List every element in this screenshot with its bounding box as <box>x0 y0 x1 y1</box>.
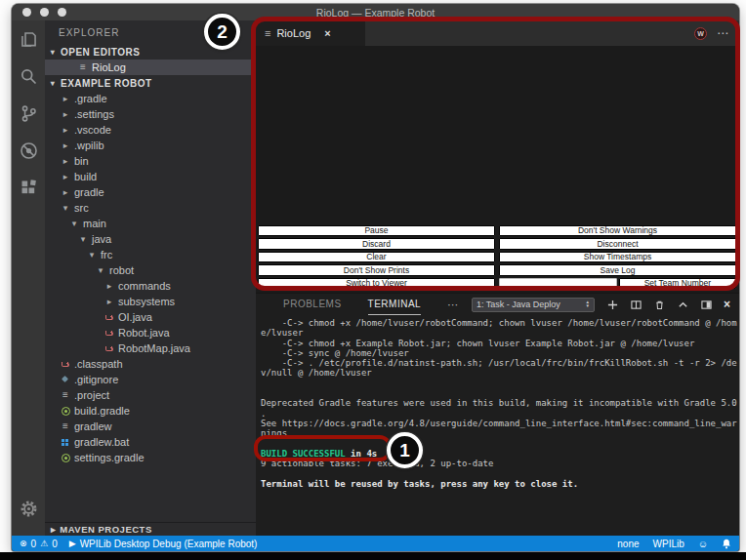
tree-item[interactable]: ▸ bin <box>45 153 256 169</box>
tree-item[interactable]: ▾ src <box>45 200 256 216</box>
terminal-line: -C-> sync @ /home/lvuser <box>261 348 739 358</box>
riolog-button[interactable]: Clear <box>258 252 495 263</box>
tree-item[interactable]: ▾ frc <box>45 247 256 262</box>
tree-item[interactable]: .gitignore <box>45 372 256 387</box>
chevron-right-icon: ▸ <box>61 109 70 119</box>
tree-item-label: frc <box>101 249 112 260</box>
extensions-icon[interactable] <box>12 169 45 206</box>
set-team-number-button[interactable]: Set Team Number <box>619 278 736 290</box>
riolog-webview: PauseDiscardClearDon't Show PrintsSwitch… <box>256 46 739 293</box>
riolog-button[interactable]: Save Log <box>499 264 736 276</box>
tree-item[interactable]: OI.java <box>45 309 256 325</box>
settings-gear-icon[interactable] <box>12 490 45 527</box>
tree-item[interactable]: ▸ .gradle <box>45 91 256 106</box>
bottom-border-bar <box>0 552 746 560</box>
open-editor-item[interactable]: RioLog <box>45 60 256 75</box>
tree-item[interactable]: gradlew.bat <box>45 434 256 450</box>
explorer-icon[interactable] <box>12 20 45 58</box>
terminal-line: nings <box>261 428 739 438</box>
problems-status[interactable]: ⊗ 0 ⚠ 0 <box>20 539 58 549</box>
wpilib-icon[interactable]: W <box>694 27 707 40</box>
tree-item[interactable]: ▸ .vscode <box>45 122 256 138</box>
more-actions-icon[interactable]: ⋯ <box>447 299 458 311</box>
tree-item[interactable]: settings.gradle <box>45 450 256 465</box>
java-icon <box>104 312 114 322</box>
new-terminal-icon[interactable] <box>606 299 619 311</box>
terminal-picker-select[interactable]: 1: Task - Java Deploy ▲▼ <box>472 298 595 312</box>
search-icon[interactable] <box>12 58 45 95</box>
terminal-line <box>261 388 739 398</box>
chevron-down-icon: ▾ <box>69 219 79 228</box>
tree-item[interactable]: Robot.java <box>45 325 256 340</box>
tree-item[interactable]: ▾ java <box>45 231 256 247</box>
maven-projects-header[interactable]: ▸ MAVEN PROJECTS <box>45 522 256 536</box>
tab-riolog[interactable]: ≡ RioLog × <box>256 20 365 46</box>
riolog-button[interactable]: Show Timestamps <box>499 252 736 263</box>
tree-item[interactable]: ▾ robot <box>45 262 256 278</box>
chevron-right-icon: ▸ <box>61 125 70 135</box>
feedback-smiley-icon[interactable]: ☺ <box>698 539 708 549</box>
riolog-button[interactable]: Pause <box>258 225 495 237</box>
build-result-line: BUILD SUCCESSFUL in 4s <box>261 449 739 459</box>
terminal-line: Deprecated Gradle features were used in … <box>261 398 739 408</box>
kill-terminal-icon[interactable] <box>653 299 666 311</box>
toggle-panel-icon[interactable] <box>700 299 713 311</box>
explorer-sidebar: EXPLORER ▾ OPEN EDITORS RioLog ▾ EXAMPLE… <box>45 20 256 536</box>
tree-item-label: robot <box>109 264 134 276</box>
riolog-button[interactable]: Don't Show Warnings <box>499 225 736 237</box>
tree-item[interactable]: ▸ build <box>45 169 256 184</box>
tree-item[interactable]: build.gradle <box>45 403 256 419</box>
debug-disabled-icon[interactable] <box>12 132 45 169</box>
status-bar: ⊗ 0 ⚠ 0 ▶ WPILib Desktop Debug (Example … <box>12 536 739 551</box>
terminal-line: . <box>261 409 739 419</box>
team-number-input[interactable] <box>499 278 617 290</box>
panel-tab[interactable]: TERMINAL <box>368 294 422 315</box>
language-mode-status[interactable]: none <box>617 539 639 549</box>
wpilib-status[interactable]: WPILib <box>653 539 684 549</box>
annotation-circle-1: 1 <box>387 432 423 468</box>
tree-item[interactable]: gradlew <box>45 419 256 434</box>
tree-item[interactable]: .classpath <box>45 356 256 372</box>
open-editor-label: RioLog <box>92 61 126 73</box>
split-terminal-icon[interactable] <box>630 299 642 311</box>
tree-item[interactable]: ▸ .settings <box>45 106 256 122</box>
panel-header: PROBLEMSTERMINAL ⋯ 1: Task - Java Deploy… <box>256 294 739 315</box>
riolog-button[interactable]: Switch to Viewer <box>258 278 495 290</box>
panel-tab[interactable]: PROBLEMS <box>283 294 342 315</box>
gradle-icon <box>61 453 70 462</box>
git-icon <box>61 375 70 384</box>
tree-item[interactable]: ▸ gradle <box>45 184 256 200</box>
bottom-panel: PROBLEMSTERMINAL ⋯ 1: Task - Java Deploy… <box>256 293 739 536</box>
chevron-right-icon: ▸ <box>104 281 114 291</box>
maximize-panel-icon[interactable] <box>677 299 689 311</box>
tree-item[interactable]: .project <box>45 387 256 403</box>
warnings-icon: ⚠ <box>40 539 48 548</box>
riolog-button[interactable]: Don't Show Prints <box>258 264 495 276</box>
riolog-button[interactable]: Discard <box>258 238 495 250</box>
close-panel-icon[interactable]: × <box>724 298 730 311</box>
tree-item[interactable]: ▾ main <box>45 216 256 231</box>
source-control-icon[interactable] <box>12 95 45 132</box>
tree-item[interactable]: ▸ commands <box>45 278 256 294</box>
terminal-line: e/lvuser <box>261 328 739 338</box>
terminal-output[interactable]: -C-> chmod +x /home/lvuser/robotCommand;… <box>256 315 739 536</box>
riolog-button[interactable]: Disconnect <box>499 238 736 250</box>
notifications-bell-icon[interactable] <box>722 539 731 549</box>
tree-item-label: settings.gradle <box>74 452 145 463</box>
windows-icon <box>61 437 70 447</box>
annotation-circle-2: 2 <box>204 14 240 50</box>
close-tab-icon[interactable]: × <box>324 27 330 39</box>
tree-item[interactable]: ▸ subsystems <box>45 294 256 309</box>
tree-item-label: gradlew <box>74 420 112 432</box>
riolog-left-buttons: PauseDiscardClearDon't Show PrintsSwitch… <box>258 225 495 290</box>
tree-item[interactable]: ▸ .wpilib <box>45 138 256 153</box>
tree-item-label: .settings <box>74 108 114 120</box>
tree-item-label: src <box>74 202 89 214</box>
project-section-header[interactable]: ▾ EXAMPLE ROBOT <box>45 75 256 91</box>
tree-item[interactable]: RobotMap.java <box>45 340 256 356</box>
chevron-down-icon: ▾ <box>49 48 57 57</box>
riolog-button-area: PauseDiscardClearDon't Show PrintsSwitch… <box>258 225 736 290</box>
debug-launch-status[interactable]: ▶ WPILib Desktop Debug (Example Robot) <box>69 539 258 549</box>
tree-item-label: .vscode <box>74 124 111 136</box>
more-actions-icon[interactable]: ⋯ <box>717 26 729 40</box>
